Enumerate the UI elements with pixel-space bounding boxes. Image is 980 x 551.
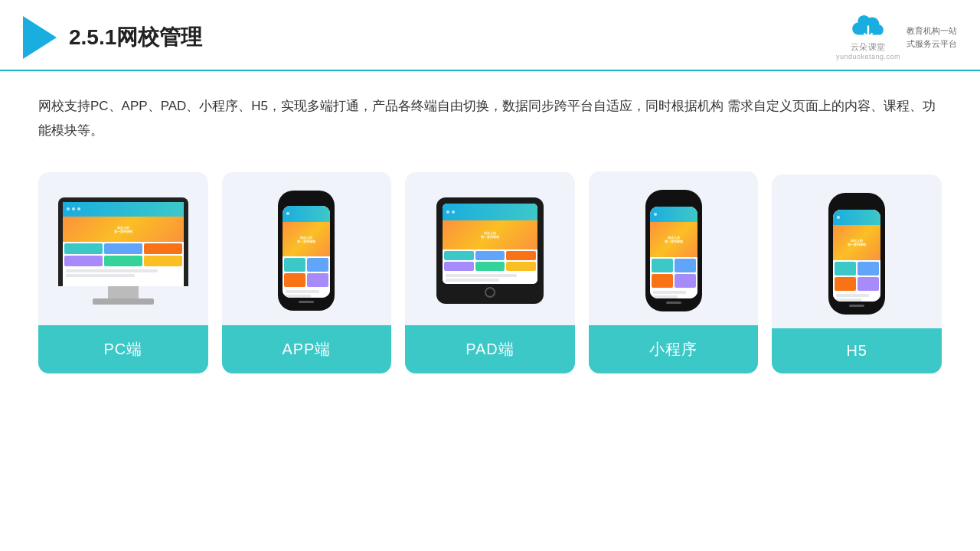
- h5-screen-header: [833, 210, 880, 226]
- pad-screen-grid: [443, 249, 537, 272]
- h5-grid-card-1: [835, 262, 856, 276]
- pad-outer: 职达人的第一堂判课程: [436, 197, 544, 304]
- page-title: 2.5.1网校管理: [69, 23, 202, 52]
- phone-outer-app: 职达人的第一堂判课程: [278, 191, 335, 311]
- h5-hero-text: 职达人的第一堂判课程: [848, 239, 866, 246]
- pad-hero-text: 职达人的第一堂判课程: [481, 231, 499, 239]
- pc-grid-card-4: [64, 256, 103, 266]
- h5-dot1: [837, 216, 840, 219]
- pad-screen-rows: [443, 272, 537, 283]
- pc-grid-card-3: [144, 243, 182, 254]
- app-row-1: [286, 290, 318, 293]
- phone-mockup-app: 职达人的第一堂判课程: [278, 191, 335, 311]
- phone-notch-app: [297, 198, 315, 203]
- pc-screen-content: 职达人的第一堂判课程: [63, 202, 184, 286]
- header-left: 2.5.1网校管理: [23, 16, 202, 59]
- pad-screen-header: [443, 204, 537, 220]
- pad-mockup: 职达人的第一堂判课程: [436, 197, 544, 304]
- app-grid-card-2: [307, 258, 328, 272]
- logo-triangle-icon: [23, 16, 57, 59]
- card-pad-image-area: 职达人的第一堂判课程: [405, 172, 575, 325]
- miniapp-dot1: [654, 213, 657, 216]
- pc-grid-card-1: [64, 243, 103, 254]
- pad-grid-card-3: [506, 251, 536, 260]
- card-app-label: APP端: [222, 325, 392, 373]
- h5-screen-content: 职达人的第一堂判课程: [833, 210, 880, 302]
- pad-grid-card-4: [444, 262, 474, 271]
- miniapp-grid-card-2: [675, 259, 696, 272]
- pc-row-2: [66, 274, 135, 277]
- phone-screen-app: 职达人的第一堂判课程: [283, 206, 330, 298]
- miniapp-hero-text: 职达人的第一堂判课程: [665, 236, 683, 243]
- pc-screen-hero: 职达人的第一堂判课程: [63, 217, 184, 242]
- card-pad-label: PAD端: [405, 325, 575, 373]
- pad-screen-hero: 职达人的第一堂判课程: [443, 220, 537, 249]
- brand-tagline-text: 教育机构一站 式服务云平台: [906, 24, 957, 50]
- app-screen-grid: [283, 256, 330, 289]
- app-row-2: [286, 295, 310, 298]
- pad-grid-card-1: [444, 251, 474, 260]
- cards-row: 职达人的第一堂判课程: [38, 171, 942, 373]
- pad-grid-card-2: [475, 251, 505, 260]
- phone-home-h5: [849, 305, 864, 307]
- app-screen-content: 职达人的第一堂判课程: [283, 206, 330, 298]
- miniapp-grid-card-4: [675, 274, 696, 288]
- card-miniapp-label: 小程序: [589, 325, 759, 373]
- pad-row-1: [446, 274, 517, 277]
- h5-grid-card-4: [858, 277, 879, 291]
- miniapp-screen-content: 职达人的第一堂判课程: [650, 207, 697, 298]
- pc-screen-outer: 职达人的第一堂判课程: [58, 197, 188, 286]
- miniapp-screen-rows: [650, 289, 697, 298]
- card-h5-image-area: 职达人的第一堂判课程: [772, 174, 942, 328]
- card-h5-label: H5: [772, 328, 942, 373]
- card-pc: 职达人的第一堂判课程: [38, 172, 208, 373]
- miniapp-grid-card-3: [652, 274, 673, 288]
- phone-mockup-miniapp: 职达人的第一堂判课程: [645, 190, 702, 311]
- miniapp-screen-grid: [650, 257, 697, 289]
- description-text: 网校支持PC、APP、PAD、小程序、H5，实现多端打通，产品各终端自由切换，数…: [38, 94, 942, 144]
- main-content: 网校支持PC、APP、PAD、小程序、H5，实现多端打通，产品各终端自由切换，数…: [0, 71, 980, 389]
- card-miniapp: 职达人的第一堂判课程: [589, 171, 759, 373]
- card-pad: 职达人的第一堂判课程: [405, 172, 575, 373]
- dot1: [67, 207, 70, 210]
- brand-area: 云朵课堂 yunduoketang.com 教育机构一站 式服务云平台: [836, 14, 957, 60]
- header: 2.5.1网校管理 云朵课堂 yunduoketang.com 教育机构一站 式…: [0, 0, 980, 71]
- miniapp-grid-card-1: [652, 259, 673, 272]
- phone-screen-h5: 职达人的第一堂判课程: [833, 210, 880, 302]
- card-pc-image-area: 职达人的第一堂判课程: [38, 172, 208, 325]
- pad-dot2: [452, 210, 455, 214]
- miniapp-screen-header: [650, 207, 697, 223]
- miniapp-screen-hero: 职达人的第一堂判课程: [650, 222, 697, 257]
- pad-screen-content: 职达人的第一堂判课程: [443, 204, 537, 284]
- phone-notch-h5: [846, 201, 867, 207]
- pc-screen-rows: [63, 268, 184, 279]
- app-dot1: [286, 212, 289, 215]
- h5-row-2: [836, 298, 861, 302]
- h5-screen-grid: [833, 260, 880, 292]
- pc-grid-card-6: [144, 256, 182, 266]
- pc-screen-grid: [63, 242, 184, 268]
- h5-row-1: [836, 294, 869, 297]
- card-app: 职达人的第一堂判课程: [222, 172, 392, 373]
- phone-home-miniapp: [666, 302, 681, 304]
- pad-home-btn: [485, 287, 495, 298]
- pad-grid-card-5: [475, 262, 505, 271]
- brand-name-text: 云朵课堂: [851, 41, 886, 53]
- pc-grid-card-5: [104, 256, 142, 266]
- miniapp-row-2: [653, 295, 678, 298]
- app-grid-card-1: [284, 258, 305, 272]
- pc-hero-text: 职达人的第一堂判课程: [114, 226, 132, 233]
- brand-url-text: yunduoketang.com: [836, 53, 900, 60]
- app-screen-hero: 职达人的第一堂判课程: [283, 222, 330, 257]
- pc-stand: [108, 286, 139, 298]
- dot2: [72, 207, 75, 210]
- app-screen-rows: [283, 289, 330, 298]
- phone-home-app: [299, 301, 314, 303]
- pad-row-2: [446, 279, 499, 282]
- pc-base: [93, 298, 154, 305]
- app-hero-text: 职达人的第一堂判课程: [297, 236, 315, 243]
- pc-mockup: 职达人的第一堂判课程: [58, 197, 188, 305]
- card-miniapp-image-area: 职达人的第一堂判课程: [589, 171, 759, 325]
- phone-outer-miniapp: 职达人的第一堂判课程: [645, 190, 702, 311]
- pc-grid-card-2: [104, 243, 142, 254]
